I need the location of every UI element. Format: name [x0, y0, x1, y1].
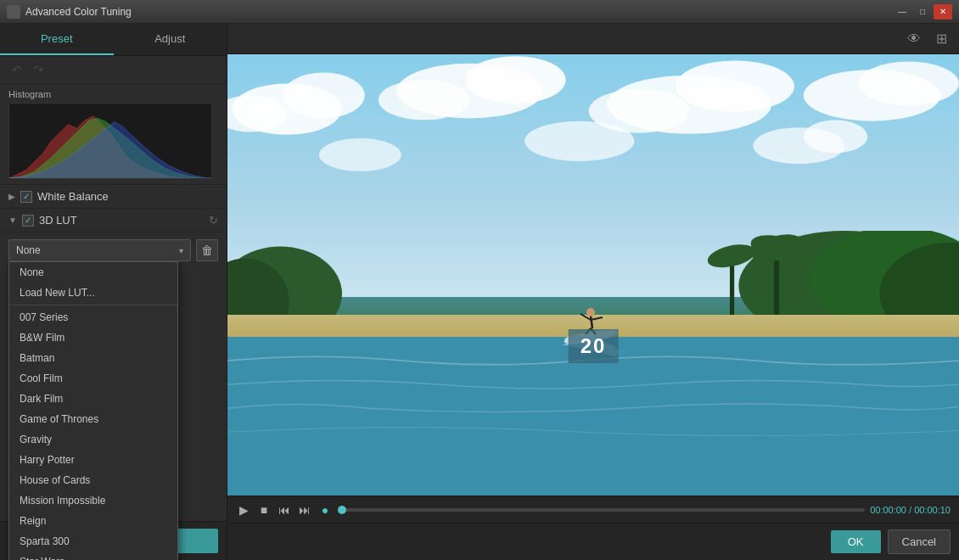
lut-section-row[interactable]: ▼ 3D LUT ↻	[0, 209, 227, 232]
lut-option-batman[interactable]: Batman	[9, 348, 177, 368]
timecode-number: 20	[580, 334, 607, 357]
play-icon: ▶	[239, 503, 249, 517]
tab-adjust[interactable]: Adjust	[114, 24, 227, 55]
histogram-canvas	[8, 103, 212, 179]
stop-icon: ■	[261, 503, 267, 517]
next-icon: ⏭	[299, 503, 311, 517]
undo-button[interactable]: ↶	[8, 61, 25, 78]
lut-label: 3D LUT	[39, 214, 77, 227]
refresh-icon[interactable]: ↻	[209, 214, 218, 227]
histogram-label: Histogram	[8, 89, 218, 99]
app-title: Advanced Color Tuning	[25, 6, 893, 18]
white-balance-label: White Balance	[37, 190, 109, 203]
timecode-badge: 20	[569, 329, 619, 363]
lut-option-gravity[interactable]: Gravity	[9, 429, 177, 450]
lut-option-dark[interactable]: Dark Film	[9, 389, 177, 409]
lut-option-harry[interactable]: Harry Potter	[9, 450, 177, 470]
lut-dropdown-arrow-icon: ▾	[179, 246, 183, 255]
timecode-total: 00:00:10	[914, 505, 951, 515]
lut-arrow: ▼	[8, 216, 17, 225]
lut-selected-value: None	[16, 244, 41, 256]
video-frame: 20	[227, 54, 959, 496]
bottom-bar: OK Cancel	[227, 523, 959, 560]
lut-option-cool[interactable]: Cool Film	[9, 368, 177, 389]
lut-option-007[interactable]: 007 Series	[9, 305, 177, 328]
lut-delete-button[interactable]: 🗑	[196, 239, 218, 261]
redo-button[interactable]: ↷	[31, 61, 48, 78]
prev-button[interactable]: ⏮	[277, 502, 292, 518]
lut-option-got[interactable]: Game of Thrones	[9, 409, 177, 429]
minimize-button[interactable]: —	[893, 4, 911, 20]
timecode-display: 00:00:00 / 00:00:10	[870, 505, 951, 515]
stop-button[interactable]: ■	[256, 502, 272, 518]
main-layout: Preset Adjust ↶ ↷ Histogram	[0, 24, 959, 560]
lut-option-hoc[interactable]: House of Cards	[9, 470, 177, 490]
dot-icon: ●	[322, 503, 328, 517]
right-panel: 👁 ⊞	[227, 24, 959, 560]
progress-dot	[338, 506, 346, 514]
close-button[interactable]: ✕	[934, 4, 952, 20]
lut-option-reign[interactable]: Reign	[9, 511, 177, 531]
white-balance-checkbox[interactable]	[20, 191, 32, 203]
tab-preset[interactable]: Preset	[0, 24, 114, 55]
title-bar: Advanced Color Tuning — □ ✕	[0, 0, 959, 24]
progress-bar[interactable]	[338, 508, 865, 512]
histogram-section: Histogram	[0, 84, 227, 185]
grid-icon: ⊞	[936, 31, 947, 46]
dot-button[interactable]: ●	[317, 502, 333, 518]
play-button[interactable]: ▶	[236, 502, 251, 518]
playback-bar: ▶ ■ ⏮ ⏭ ● 00:00:00 / 00:00:10	[227, 496, 959, 523]
delete-icon: 🗑	[201, 244, 213, 257]
maximize-button[interactable]: □	[913, 4, 932, 20]
lut-option-bw[interactable]: B&W Film	[9, 328, 177, 348]
prev-icon: ⏮	[278, 503, 290, 517]
timecode-current: 00:00:00	[870, 505, 906, 515]
grid-icon-button[interactable]: ⊞	[933, 29, 951, 48]
white-balance-row[interactable]: ▶ White Balance	[0, 185, 227, 209]
lut-row: None ▾ 🗑	[8, 239, 218, 261]
toolbar-row: ↶ ↷	[0, 56, 227, 84]
lut-option-none[interactable]: None	[9, 262, 177, 283]
video-area: 20	[227, 54, 959, 496]
lut-option-mi[interactable]: Mission Impossible	[9, 490, 177, 511]
left-panel: Preset Adjust ↶ ↷ Histogram	[0, 24, 227, 560]
ok-button[interactable]: OK	[831, 530, 881, 553]
app-icon	[7, 5, 20, 19]
lut-dropdown-menu: None Load New LUT... 007 Series B&W Film…	[8, 261, 178, 560]
sky-bg	[227, 54, 959, 297]
lut-option-sparta[interactable]: Sparta 300	[9, 531, 177, 552]
lut-option-starwars[interactable]: Star Wars	[9, 552, 177, 560]
video-toolbar: 👁 ⊞	[227, 24, 959, 54]
lut-checkbox[interactable]	[22, 215, 34, 227]
eye-icon: 👁	[907, 31, 921, 46]
window-controls: — □ ✕	[893, 4, 952, 20]
timecode-separator: /	[909, 505, 911, 515]
cancel-button[interactable]: Cancel	[888, 529, 951, 554]
histogram-svg	[9, 104, 211, 178]
lut-dropdown-area: None ▾ 🗑 None Load New LUT... 007 Series…	[0, 232, 227, 268]
next-button[interactable]: ⏭	[297, 502, 312, 518]
white-balance-arrow: ▶	[8, 192, 15, 201]
tabs: Preset Adjust	[0, 24, 227, 56]
lut-select[interactable]: None ▾	[8, 239, 191, 261]
lut-option-load[interactable]: Load New LUT...	[9, 283, 177, 303]
eye-icon-button[interactable]: 👁	[904, 30, 924, 48]
